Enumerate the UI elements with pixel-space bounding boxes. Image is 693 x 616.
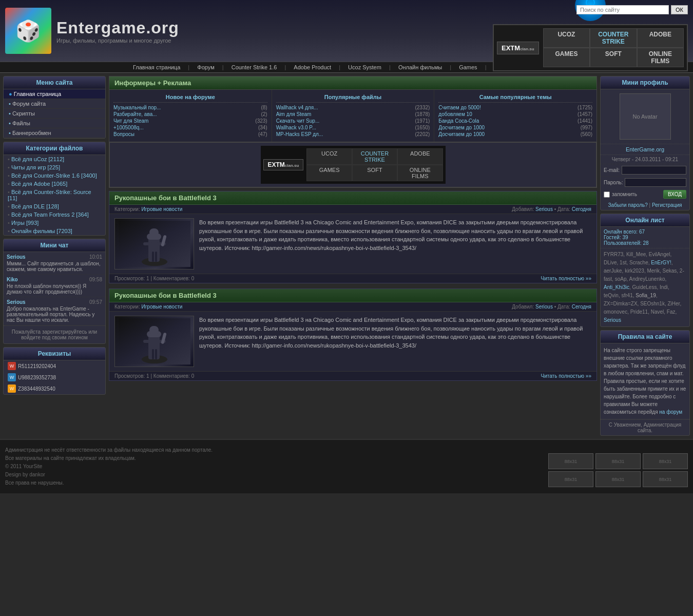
article-readmore-1[interactable]: Читать полностью »» [541, 373, 592, 379]
extm2-cs[interactable]: COUNTER STRIKE [352, 148, 397, 165]
article-date-1[interactable]: Сегодня [572, 304, 591, 310]
online-user-antik[interactable]: Anti_Khi3ic [604, 284, 629, 290]
extm-cs[interactable]: COUNTER STRIKE [590, 28, 637, 48]
cat-dle[interactable]: Всё для DLE [128] [4, 202, 105, 210]
forum-link-3[interactable]: +1005008q... [113, 125, 144, 130]
forum-link-0[interactable]: Музыкальный пор... [113, 105, 161, 110]
rekv-z-value[interactable]: Z383448932540 [18, 386, 55, 392]
forum-count-4: (47) [258, 131, 267, 137]
file-link-4[interactable]: MP-Hacks ESP дл... [276, 131, 323, 137]
extm-banner2[interactable]: EXTMclan.su UCOZ COUNTER STRIKE ADOBE GA… [109, 142, 596, 187]
article-views-0: 1 [146, 276, 149, 281]
cat-cheats[interactable]: Читы для игр [225] [4, 163, 105, 171]
search-button[interactable]: ОК [671, 5, 688, 14]
cat-css[interactable]: Всё для Counter-Strike: Source [11] [4, 188, 105, 202]
right-sidebar: Мини профиль No Avatar EnterGame.org Чет… [600, 76, 690, 436]
nav-adobe[interactable]: Adobe Product [294, 64, 331, 70]
sidebar-item-forum[interactable]: Форум сайта [4, 99, 105, 109]
cat-tf2[interactable]: Всё для Team Fortress 2 [364] [4, 210, 105, 219]
nav-ucoz[interactable]: Ucoz System [348, 64, 381, 70]
topic-link-4[interactable]: Досчитаем до 1000 [438, 131, 485, 137]
topic-row-1: добовляем 10 (1457) [438, 111, 592, 118]
online-user-serious[interactable]: Serious [604, 317, 621, 323]
search-area[interactable]: ОК [576, 5, 688, 14]
chat-time-1: 10:01 [89, 254, 102, 260]
extm-soft[interactable]: SOFT [590, 48, 637, 67]
online-section: Онлайн лист Онлайн всего: 67 Гостей: 39 … [600, 214, 690, 327]
cat-adobe[interactable]: Всё для Adobe [1065] [4, 180, 105, 188]
register-link[interactable]: Регистрация [652, 202, 682, 208]
extm-banner[interactable]: EXTMclan.su UCOZ COUNTER STRIKE ADOBE GA… [493, 24, 688, 71]
topic-link-2[interactable]: Банда Coca-Cola [438, 118, 479, 124]
forum-link-4[interactable]: Вопросы [113, 131, 134, 137]
sidebar-item-scripts[interactable]: Скрипты [4, 109, 105, 119]
nav-films[interactable]: Онлайн фильмы [398, 64, 442, 70]
chat-login-hint: Пожалуйста зарегистрируйтесь или войдите… [4, 325, 105, 343]
rekv-r-value[interactable]: R511219202404 [18, 363, 56, 369]
nav-games[interactable]: Games [459, 64, 477, 70]
file-link-1[interactable]: Aim для Steam [276, 111, 312, 117]
footer-banner-5[interactable]: 88x31 [643, 471, 688, 487]
chat-user-3[interactable]: Serious [7, 299, 26, 305]
online-user-energy[interactable]: EnErGY! [651, 260, 671, 265]
forum-link-2[interactable]: Чит для Steam [113, 118, 148, 124]
rekv-u-value[interactable]: U988239352738 [18, 375, 56, 380]
footer-banner-2[interactable]: 88x31 [643, 453, 688, 469]
article-author-0[interactable]: Serious [535, 206, 553, 212]
online-user-sofia[interactable]: Sofia_19 [636, 293, 656, 298]
footer-banner-0[interactable]: 88x31 [548, 453, 593, 469]
chat-user-2[interactable]: Kiko [7, 277, 18, 282]
extm2-games[interactable]: GAMES [306, 165, 352, 181]
extm-ucoz[interactable]: UCOZ [543, 28, 590, 48]
footer-banner-4[interactable]: 88x31 [595, 471, 641, 487]
sidebar-item-files[interactable]: Файлы [4, 119, 105, 128]
files-col-title: Популярные файлы [276, 94, 430, 100]
cat-films[interactable]: Онлайн фильмы [7203] [4, 227, 105, 235]
article-title-1[interactable]: Рукопашные бои в Battlefield 3 [114, 292, 217, 299]
remember-checkbox[interactable] [604, 191, 610, 198]
cat-ucoz[interactable]: Всё для uCoz [2112] [4, 155, 105, 163]
chat-msg-3: Serious 09:57 Добро пожаловать на EnterG… [4, 297, 105, 325]
article-date-0[interactable]: Сегодня [572, 206, 591, 212]
email-input[interactable] [622, 166, 686, 175]
article-author-1[interactable]: Serious [535, 304, 553, 310]
topic-link-3[interactable]: Досчитаем до 1000 [438, 125, 485, 130]
topic-count-0: (1725) [578, 105, 592, 110]
topic-link-1[interactable]: добовляем 10 [438, 111, 472, 117]
forgot-link[interactable]: Забыли пароль? [608, 202, 648, 208]
footer-banner-3[interactable]: 88x31 [548, 471, 593, 487]
search-input[interactable] [576, 5, 669, 14]
chat-user-1[interactable]: Serious [7, 254, 26, 260]
file-link-0[interactable]: Wallhack v4 для... [276, 105, 318, 110]
info-header: Информеры + Реклама [109, 76, 596, 90]
nav-cs[interactable]: Counter Strike 1.6 [232, 64, 277, 70]
extm-games[interactable]: GAMES [543, 48, 590, 67]
file-link-3[interactable]: Wallhack v3.0 P... [276, 125, 316, 130]
extm-adobe[interactable]: ADOBE [637, 28, 684, 48]
cat-cs16[interactable]: Всё для Counter-Strike 1.6 [3400] [4, 171, 105, 180]
nav-forum[interactable]: Форум [197, 64, 214, 70]
forum-row-3: +1005008q... (34) [113, 124, 267, 131]
article-readmore-0[interactable]: Читать полностью »» [541, 276, 592, 281]
extm-films[interactable]: ONLINE FILMS [637, 48, 684, 67]
sidebar-item-banners[interactable]: Баннерообмен [4, 128, 105, 138]
footer-banner-1[interactable]: 88x31 [595, 453, 641, 469]
sidebar-item-home[interactable]: Главная страница [4, 89, 105, 99]
extm2-adobe[interactable]: ADOBE [397, 148, 442, 165]
password-input[interactable] [625, 178, 686, 187]
rules-forum-link[interactable]: на форум [659, 409, 682, 415]
file-link-2[interactable]: Скачать чит Sup... [276, 118, 320, 124]
extm2-films[interactable]: ONLINE FILMS [397, 165, 442, 181]
article-cat-1[interactable]: Игровые новости [141, 304, 182, 310]
nav-home[interactable]: Главная страница [133, 64, 180, 70]
extm2-soft[interactable]: SOFT [352, 165, 397, 181]
cat-games[interactable]: Игры [993] [4, 219, 105, 227]
article-cat-0[interactable]: Игровые новости [141, 206, 182, 212]
forum-link-1[interactable]: Разбирайте, ава... [113, 111, 157, 117]
article-title-0[interactable]: Рукопашные бои в Battlefield 3 [114, 194, 217, 202]
files-col: Популярные файлы Wallhack v4 для... (233… [272, 90, 435, 142]
login-button[interactable]: ВХОД [663, 190, 686, 199]
online-guests-label: Гостей: [604, 235, 621, 240]
extm2-ucoz[interactable]: UCOZ [306, 148, 352, 165]
topic-link-0[interactable]: Считаем до 5000! [438, 105, 480, 110]
